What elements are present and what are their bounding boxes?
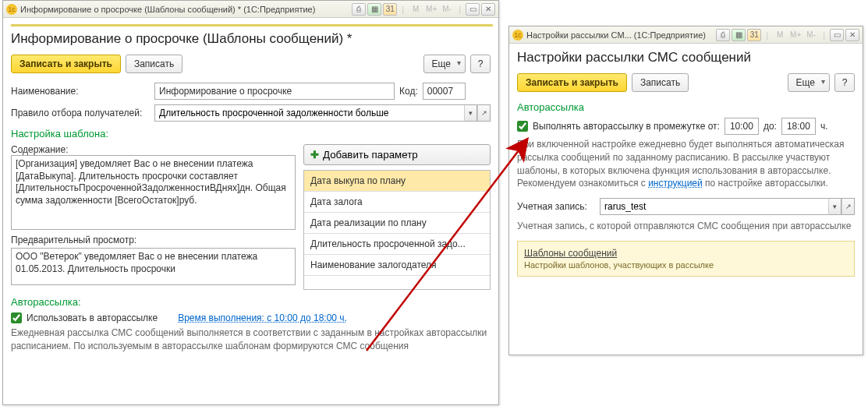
template-section-title: Настройка шаблона: — [11, 128, 491, 139]
add-param-label: Добавить параметр — [323, 149, 418, 161]
page-title: Настройки рассылки СМС сообщений — [517, 50, 855, 65]
param-item[interactable]: Дата залога — [304, 192, 490, 213]
instruction-link[interactable]: инструкцией — [648, 178, 703, 189]
account-description: Учетная запись, с которой отправляются С… — [517, 220, 855, 233]
templates-sub: Настройки шаблонов, участвующих в рассыл… — [524, 260, 848, 270]
account-label: Учетная запись: — [517, 201, 595, 212]
auto-checkbox-label: Использовать в авторассылке — [27, 312, 158, 323]
print-icon[interactable]: ⎙ — [352, 3, 366, 16]
param-item[interactable]: Дата выкупа по плану — [304, 171, 490, 192]
name-input[interactable] — [154, 83, 395, 100]
auto-time-link[interactable]: Время выполнения: с 10:00 до 18:00 ч. — [178, 312, 347, 323]
app-icon: 1c — [6, 4, 17, 15]
titlebar: 1c Настройки рассылки СМ... (1С:Предприя… — [509, 26, 863, 44]
rule-open-icon[interactable]: ↗ — [477, 104, 491, 122]
time-to-label: до: — [763, 121, 777, 132]
calc-icon[interactable]: ▦ — [367, 3, 381, 16]
account-input[interactable] — [600, 198, 828, 215]
minimize-icon[interactable]: ▭ — [830, 29, 844, 41]
auto-checkbox[interactable] — [517, 121, 528, 132]
save-button[interactable]: Записать — [126, 55, 182, 73]
preview-textarea — [11, 248, 296, 285]
save-close-button[interactable]: Записать и закрыть — [517, 73, 627, 92]
window-title: Настройки рассылки СМ... (1С:Предприятие… — [526, 30, 716, 40]
auto-description: При включенной настройке ежедневно будет… — [517, 138, 855, 190]
more-button[interactable]: Еще — [423, 55, 466, 73]
name-label: Наименование: — [11, 86, 150, 97]
add-param-button[interactable]: ✚ Добавить параметр — [303, 144, 491, 165]
templates-link[interactable]: Шаблоны сообщений — [524, 248, 848, 259]
app-icon: 1c — [512, 30, 523, 41]
code-label: Код: — [399, 86, 418, 97]
code-input[interactable] — [423, 83, 466, 100]
mplus-button[interactable]: M+ — [424, 3, 438, 16]
settings-window: 1c Настройки рассылки СМ... (1С:Предприя… — [508, 26, 863, 355]
mplus-button[interactable]: M+ — [788, 29, 802, 41]
auto-section-title: Авторассылка: — [11, 296, 491, 308]
account-dropdown-icon[interactable]: ▾ — [828, 198, 841, 215]
help-button[interactable]: ? — [470, 55, 491, 73]
save-close-button[interactable]: Записать и закрыть — [11, 55, 121, 73]
close-icon[interactable]: ✕ — [481, 3, 495, 16]
content-label: Содержание: — [11, 144, 296, 155]
auto-checkbox[interactable] — [11, 312, 22, 323]
templates-note: Шаблоны сообщений Настройки шаблонов, уч… — [517, 241, 855, 277]
param-item[interactable]: Дата реализации по плану — [304, 213, 490, 234]
plus-icon: ✚ — [310, 149, 319, 161]
titlebar: 1c Информирование о просрочке (Шаблоны с… — [3, 1, 498, 18]
time-from-input[interactable] — [725, 118, 759, 135]
param-list: Дата выкупа по плану Дата залога Дата ре… — [303, 170, 491, 290]
param-item[interactable]: Длительность просроченной задо... — [304, 234, 490, 255]
help-button[interactable]: ? — [834, 73, 855, 92]
content-textarea[interactable] — [11, 155, 296, 230]
auto-description: Ежедневная рассылка СМС сообщений выполн… — [11, 327, 491, 353]
param-item[interactable]: Наименование залогодателя — [304, 255, 490, 276]
mminus-button[interactable]: M- — [804, 29, 818, 41]
window-title: Информирование о просрочке (Шаблоны сооб… — [20, 5, 352, 14]
save-button[interactable]: Записать — [632, 73, 689, 92]
template-window: 1c Информирование о просрочке (Шаблоны с… — [2, 0, 499, 405]
more-button[interactable]: Еще — [788, 73, 830, 92]
calendar-icon[interactable]: 31 — [747, 29, 761, 41]
time-to-input[interactable] — [781, 118, 816, 135]
rule-dropdown-icon[interactable]: ▾ — [464, 104, 477, 122]
rule-input[interactable] — [154, 104, 464, 122]
m-button[interactable]: M — [773, 29, 787, 41]
page-title: Информирование о просрочке (Шаблоны сооб… — [11, 31, 491, 47]
mminus-button[interactable]: M- — [440, 3, 454, 16]
close-icon[interactable]: ✕ — [845, 29, 859, 41]
print-icon[interactable]: ⎙ — [716, 29, 730, 41]
rule-label: Правило отбора получателей: — [11, 108, 150, 118]
accent-divider — [11, 24, 493, 26]
preview-label: Предварительный просмотр: — [11, 235, 296, 245]
time-unit-label: ч. — [820, 121, 828, 132]
minimize-icon[interactable]: ▭ — [466, 3, 480, 16]
m-button[interactable]: M — [409, 3, 423, 16]
auto-checkbox-label: Выполнять авторассылку в промежутке от: — [533, 121, 720, 132]
auto-section-title: Авторассылка — [517, 101, 855, 113]
calc-icon[interactable]: ▦ — [732, 29, 746, 41]
calendar-icon[interactable]: 31 — [383, 3, 397, 16]
account-open-icon[interactable]: ↗ — [841, 198, 855, 215]
